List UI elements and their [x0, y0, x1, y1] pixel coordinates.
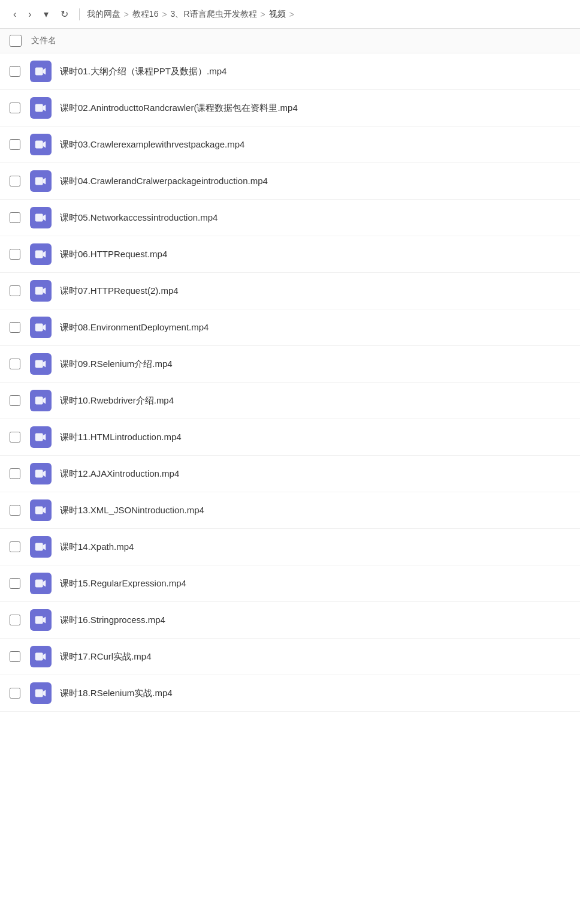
svg-rect-13: [35, 543, 43, 551]
file-name: 课时18.RSelenium实战.mp4: [60, 688, 570, 699]
breadcrumb-item-video[interactable]: 视频: [269, 9, 286, 20]
file-name: 课时07.HTTPRequest(2).mp4: [60, 285, 570, 297]
video-file-icon: [30, 463, 52, 484]
file-checkbox[interactable]: [10, 651, 20, 662]
column-name-label: 文件名: [31, 35, 56, 46]
svg-rect-12: [35, 507, 43, 514]
list-item[interactable]: 课时04.CrawlerandCralwerpackageintroductio…: [0, 163, 580, 200]
file-checkbox[interactable]: [10, 615, 20, 625]
file-name: 课时14.Xpath.mp4: [60, 541, 570, 553]
file-checkbox[interactable]: [10, 139, 20, 150]
svg-rect-16: [35, 653, 43, 661]
file-checkbox[interactable]: [10, 432, 20, 443]
file-checkbox[interactable]: [10, 249, 20, 260]
file-name: 课时16.Stringprocess.mp4: [60, 615, 570, 626]
file-name: 课时09.RSelenium介绍.mp4: [60, 359, 570, 370]
video-file-icon: [30, 280, 52, 302]
video-file-icon: [30, 207, 52, 228]
file-list-header: 文件名: [0, 29, 580, 53]
svg-rect-15: [35, 616, 43, 624]
breadcrumb-sep-4: >: [289, 10, 294, 19]
breadcrumb-item-rcrawler[interactable]: 3、R语言爬虫开发教程: [171, 9, 257, 20]
breadcrumb-sep-2: >: [162, 10, 167, 19]
svg-rect-9: [35, 397, 43, 405]
video-file-icon: [30, 536, 52, 558]
list-item[interactable]: 课时05.Networkaccessintroduction.mp4: [0, 200, 580, 236]
list-item[interactable]: 课时09.RSelenium介绍.mp4: [0, 346, 580, 383]
video-file-icon: [30, 170, 52, 192]
file-name: 课时17.RCurl实战.mp4: [60, 651, 570, 663]
toolbar: ‹ › ▾ ↻ 我的网盘 > 教程16 > 3、R语言爬虫开发教程 > 视频 >: [0, 0, 580, 29]
svg-rect-2: [35, 141, 43, 149]
file-checkbox[interactable]: [10, 578, 20, 589]
file-checkbox[interactable]: [10, 688, 20, 699]
svg-rect-6: [35, 287, 43, 295]
file-list: 课时01.大纲介绍（课程PPT及数据）.mp4 课时02.Anintroduct…: [0, 53, 580, 712]
file-name: 课时01.大纲介绍（课程PPT及数据）.mp4: [60, 66, 570, 77]
file-checkbox[interactable]: [10, 395, 20, 406]
file-name: 课时02.AnintroducttoRandcrawler(课程数据包在资料里.…: [60, 103, 570, 114]
list-item[interactable]: 课时18.RSelenium实战.mp4: [0, 675, 580, 712]
list-item[interactable]: 课时03.Crawlerexamplewithrvestpackage.mp4: [0, 127, 580, 163]
file-checkbox[interactable]: [10, 541, 20, 552]
file-name: 课时06.HTTPRequest.mp4: [60, 249, 570, 260]
breadcrumb-item-lesson16[interactable]: 教程16: [132, 9, 159, 20]
list-item[interactable]: 课时16.Stringprocess.mp4: [0, 602, 580, 639]
video-file-icon: [30, 134, 52, 155]
video-file-icon: [30, 682, 52, 704]
list-item[interactable]: 课时15.RegularExpression.mp4: [0, 565, 580, 602]
svg-rect-7: [35, 324, 43, 332]
video-file-icon: [30, 243, 52, 265]
list-item[interactable]: 课时08.EnvironmentDeployment.mp4: [0, 309, 580, 346]
list-item[interactable]: 课时01.大纲介绍（课程PPT及数据）.mp4: [0, 53, 580, 90]
breadcrumb: 我的网盘 > 教程16 > 3、R语言爬虫开发教程 > 视频 >: [87, 9, 294, 20]
video-file-icon: [30, 609, 52, 631]
file-name: 课时12.AJAXintroduction.mp4: [60, 468, 570, 480]
back-button[interactable]: ‹: [10, 7, 20, 22]
list-item[interactable]: 课时06.HTTPRequest.mp4: [0, 236, 580, 273]
svg-rect-4: [35, 214, 43, 222]
svg-rect-17: [35, 690, 43, 697]
file-name: 课时15.RegularExpression.mp4: [60, 578, 570, 589]
list-item[interactable]: 课时13.XML_JSONintroduction.mp4: [0, 492, 580, 529]
video-file-icon: [30, 499, 52, 521]
list-item[interactable]: 课时11.HTMLintroduction.mp4: [0, 419, 580, 456]
video-file-icon: [30, 390, 52, 411]
video-file-icon: [30, 97, 52, 119]
svg-rect-14: [35, 580, 43, 588]
svg-rect-11: [35, 470, 43, 478]
svg-rect-8: [35, 360, 43, 368]
list-item[interactable]: 课时17.RCurl实战.mp4: [0, 639, 580, 675]
refresh-button[interactable]: ↻: [57, 6, 72, 22]
file-checkbox[interactable]: [10, 468, 20, 479]
file-checkbox[interactable]: [10, 103, 20, 113]
list-item[interactable]: 课时07.HTTPRequest(2).mp4: [0, 273, 580, 309]
file-name: 课时10.Rwebdriver介绍.mp4: [60, 395, 570, 407]
file-name: 课时13.XML_JSONintroduction.mp4: [60, 505, 570, 516]
list-item[interactable]: 课时14.Xpath.mp4: [0, 529, 580, 565]
file-checkbox[interactable]: [10, 212, 20, 223]
svg-rect-5: [35, 251, 43, 258]
file-checkbox[interactable]: [10, 359, 20, 369]
select-all-checkbox[interactable]: [10, 35, 22, 47]
list-item[interactable]: 课时12.AJAXintroduction.mp4: [0, 456, 580, 492]
file-name: 课时08.EnvironmentDeployment.mp4: [60, 322, 570, 333]
svg-rect-0: [35, 68, 43, 76]
file-checkbox[interactable]: [10, 322, 20, 333]
video-file-icon: [30, 646, 52, 667]
file-checkbox[interactable]: [10, 176, 20, 186]
file-checkbox[interactable]: [10, 285, 20, 296]
list-item[interactable]: 课时02.AnintroducttoRandcrawler(课程数据包在资料里.…: [0, 90, 580, 127]
svg-rect-3: [35, 177, 43, 185]
file-name: 课时03.Crawlerexamplewithrvestpackage.mp4: [60, 139, 570, 151]
file-checkbox[interactable]: [10, 505, 20, 516]
video-file-icon: [30, 61, 52, 82]
breadcrumb-item-mydisk[interactable]: 我的网盘: [87, 9, 120, 20]
forward-button[interactable]: ›: [25, 7, 35, 22]
list-item[interactable]: 课时10.Rwebdriver介绍.mp4: [0, 383, 580, 419]
svg-rect-1: [35, 104, 43, 112]
svg-rect-10: [35, 434, 43, 441]
file-checkbox[interactable]: [10, 66, 20, 77]
file-name: 课时04.CrawlerandCralwerpackageintroductio…: [60, 176, 570, 187]
dropdown-button[interactable]: ▾: [40, 6, 52, 22]
